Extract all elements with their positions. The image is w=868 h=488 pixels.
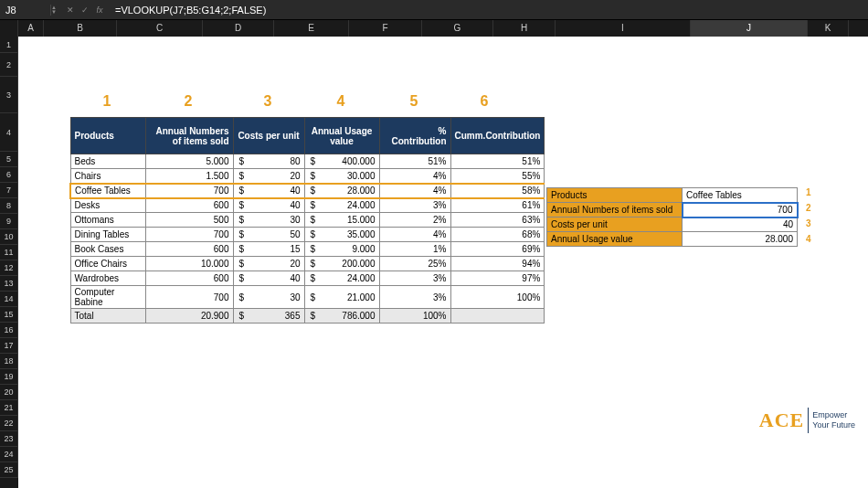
row-header[interactable]: 17: [0, 338, 18, 354]
header-cumulative[interactable]: Cumm.Contribution: [450, 118, 545, 154]
table-total-row[interactable]: Total20.900$365$786.000100%: [70, 309, 545, 324]
header-contribution[interactable]: % Contribution: [379, 118, 450, 154]
row-header[interactable]: 11: [0, 245, 18, 260]
row-header[interactable]: 7: [0, 183, 18, 198]
row-headers: 1 2 3 4 5 6 7 8 9 10 11 12 13 14 15 16 1…: [0, 37, 18, 488]
row-header[interactable]: 4: [0, 113, 18, 152]
logo-text: ACE: [759, 408, 804, 432]
header-products[interactable]: Products: [70, 118, 145, 154]
col-header-B[interactable]: B: [44, 20, 117, 37]
col-header-F[interactable]: F: [349, 20, 422, 37]
row-header[interactable]: 3: [0, 77, 18, 113]
col-header-J[interactable]: J: [691, 20, 808, 37]
col-header-I[interactable]: I: [556, 20, 691, 37]
col-header-K[interactable]: K: [808, 20, 849, 37]
row-header[interactable]: 14: [0, 292, 18, 307]
row-header[interactable]: 5: [0, 152, 18, 167]
row-header[interactable]: 13: [0, 276, 18, 292]
row-header[interactable]: 16: [0, 323, 18, 338]
accept-icon[interactable]: ✓: [79, 4, 91, 16]
row-header[interactable]: 22: [0, 416, 18, 431]
lookup-row[interactable]: Costs per unit40: [547, 217, 798, 232]
row-header[interactable]: 19: [0, 369, 18, 385]
table-row[interactable]: Beds5.000$80$400.00051%51%: [70, 154, 545, 169]
table-row[interactable]: Coffee Tables700$40$28.0004%58%: [70, 184, 545, 198]
table-row[interactable]: Office Chairs10.000$20$200.00025%94%: [70, 257, 545, 271]
table-row[interactable]: Book Cases600$15$9.0001%69%: [70, 242, 545, 257]
row-header[interactable]: 24: [0, 447, 18, 462]
header-costs[interactable]: Costs per unit: [233, 118, 304, 154]
col-header-D[interactable]: D: [203, 20, 274, 37]
products-table[interactable]: Products Annual Numbers of items sold Co…: [69, 117, 545, 324]
lookup-row[interactable]: Annual Usage value28.000: [547, 232, 798, 247]
table-row[interactable]: Computer Babine700$30$21.0003%100%: [70, 286, 545, 309]
row-header[interactable]: 20: [0, 385, 18, 400]
lookup-table[interactable]: ProductsCoffee TablesAnnual Numbers of i…: [546, 187, 799, 247]
row-header[interactable]: 21: [0, 400, 18, 416]
table-row[interactable]: Chairs1.500$20$30.0004%55%: [70, 169, 545, 184]
row-header[interactable]: 6: [0, 167, 18, 183]
formula-input[interactable]: =VLOOKUP(J7;B5:G14;2;FALSE): [110, 5, 868, 16]
col-header-H[interactable]: H: [493, 20, 556, 37]
select-all-corner[interactable]: [0, 20, 18, 37]
fx-icon[interactable]: fx: [93, 4, 106, 16]
row-header[interactable]: 18: [0, 354, 18, 369]
header-usage[interactable]: Annual Usage value: [304, 118, 379, 154]
col-header-G[interactable]: G: [422, 20, 493, 37]
col-header-A[interactable]: A: [18, 20, 44, 37]
expand-arrows-icon[interactable]: ▲▼: [51, 5, 57, 15]
cell-reference-box[interactable]: J8: [0, 5, 51, 16]
row-header[interactable]: 23: [0, 431, 18, 447]
table-row[interactable]: Wardrobes600$40$24.0003%97%: [70, 271, 545, 286]
brand-logo: ACE Empower Your Future: [759, 408, 855, 433]
table-header-row: Products Annual Numbers of items sold Co…: [70, 118, 545, 154]
row-header[interactable]: 25: [0, 462, 18, 478]
formula-bar: J8 ▲▼ ✕ ✓ fx =VLOOKUP(J7;B5:G14;2;FALSE): [0, 0, 868, 20]
row-header[interactable]: 12: [0, 260, 18, 276]
cancel-icon[interactable]: ✕: [64, 4, 77, 16]
row-header[interactable]: 1: [0, 37, 18, 53]
row-header[interactable]: 15: [0, 307, 18, 323]
table-row[interactable]: Dining Tables700$50$35.0004%68%: [70, 228, 545, 242]
row-header[interactable]: 2: [0, 53, 18, 77]
header-items-sold[interactable]: Annual Numbers of items sold: [145, 118, 233, 154]
lookup-row[interactable]: Annual Numbers of items sold700: [547, 203, 798, 217]
col-header-C[interactable]: C: [117, 20, 203, 37]
row-header[interactable]: 10: [0, 229, 18, 245]
row-header[interactable]: 9: [0, 214, 18, 229]
table-row[interactable]: Desks600$40$24.0003%61%: [70, 198, 545, 213]
table-row[interactable]: Ottomans500$30$15.0002%63%: [70, 213, 545, 228]
column-headers: A B C D E F G H I J K: [0, 20, 868, 37]
top-numeric-labels: 1 2 3 4 5 6: [69, 93, 519, 110]
row-header[interactable]: 8: [0, 198, 18, 214]
lookup-side-labels: 1 2 3 4: [802, 187, 811, 249]
col-header-E[interactable]: E: [274, 20, 349, 37]
spreadsheet-canvas[interactable]: 1 2 3 4 5 6 Products Annual Numbers of i…: [18, 37, 868, 488]
lookup-row[interactable]: ProductsCoffee Tables: [547, 188, 798, 203]
